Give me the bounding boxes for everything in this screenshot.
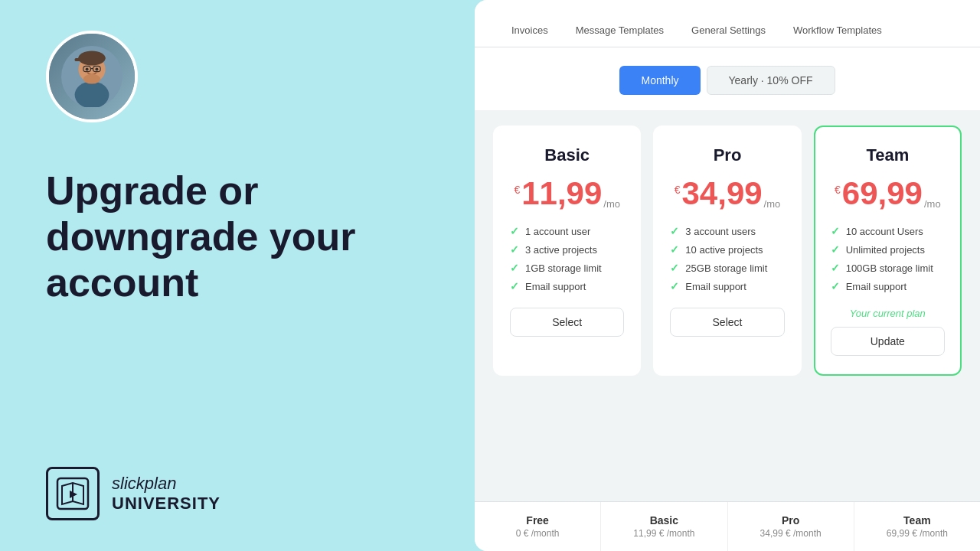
feature-text: 100GB storage limit <box>846 262 933 274</box>
price-currency-team: € <box>835 184 841 196</box>
price-amount-team: 69,99 <box>842 178 923 210</box>
plans-section: Basic € 11,99 /mo ✓ 1 account user ✓ 3 a… <box>475 110 980 391</box>
select-pro-button[interactable]: Select <box>670 308 784 337</box>
feature-team-2: ✓ 100GB storage limit <box>831 262 945 274</box>
plan-footer-pro: Select <box>670 308 784 337</box>
svg-point-1 <box>75 81 109 107</box>
bottom-tier-free-name: Free <box>482 514 593 527</box>
logo-text: slickplan UNIVERSITY <box>112 474 220 514</box>
bottom-tier-team-name: Team <box>862 514 972 527</box>
bottom-tier-pro-name: Pro <box>736 514 846 527</box>
feature-text: Email support <box>846 281 906 292</box>
feature-basic-3: ✓ Email support <box>510 280 624 292</box>
bottom-tier-team: Team 69,99 € /month <box>854 502 980 551</box>
check-icon: ✓ <box>510 280 519 292</box>
nav-tabs: Invoices Message Templates General Setti… <box>475 0 980 47</box>
bottom-tier-free-price: 0 € /month <box>482 528 593 539</box>
price-currency-basic: € <box>514 184 520 196</box>
plan-features-team: ✓ 10 account Users ✓ Unlimited projects … <box>831 225 945 292</box>
check-icon: ✓ <box>670 225 679 237</box>
avatar <box>46 31 138 122</box>
logo-area: slickplan UNIVERSITY <box>46 467 220 520</box>
tab-workflow-templates[interactable]: Workflow Templates <box>779 15 896 47</box>
plan-footer-basic: Select <box>510 308 624 337</box>
svg-point-6 <box>86 67 89 70</box>
svg-point-7 <box>95 67 98 70</box>
update-team-button[interactable]: Update <box>831 327 945 356</box>
check-icon: ✓ <box>831 243 840 256</box>
bottom-comparison-bar: Free 0 € /month Basic 11,99 € /month Pro… <box>475 501 980 551</box>
check-icon: ✓ <box>670 243 679 256</box>
check-icon: ✓ <box>510 262 519 274</box>
check-icon: ✓ <box>670 280 679 292</box>
feature-basic-1: ✓ 3 active projects <box>510 243 624 256</box>
feature-team-1: ✓ Unlimited projects <box>831 243 945 256</box>
feature-text: 10 active projects <box>685 244 763 256</box>
price-period-basic: /mo <box>603 198 620 210</box>
plans-grid: Basic € 11,99 /mo ✓ 1 account user ✓ 3 a… <box>493 126 962 376</box>
check-icon: ✓ <box>510 243 519 256</box>
monthly-toggle[interactable]: Monthly <box>619 66 700 95</box>
plan-price-basic: € 11,99 /mo <box>510 178 624 210</box>
feature-basic-2: ✓ 1GB storage limit <box>510 262 624 274</box>
check-icon: ✓ <box>831 280 840 292</box>
svg-point-11 <box>83 74 100 84</box>
right-panel: Invoices Message Templates General Setti… <box>475 0 980 551</box>
feature-text: 3 account users <box>685 226 756 237</box>
price-period-pro: /mo <box>764 198 781 210</box>
check-icon: ✓ <box>831 225 840 237</box>
tab-general-settings[interactable]: General Settings <box>678 15 779 47</box>
feature-text: Email support <box>525 281 586 292</box>
billing-toggle: Monthly Yearly · 10% OFF <box>475 47 980 110</box>
tab-invoices[interactable]: Invoices <box>498 15 562 47</box>
yearly-toggle[interactable]: Yearly · 10% OFF <box>707 66 835 95</box>
select-basic-button[interactable]: Select <box>510 308 624 337</box>
plan-card-team: Team € 69,99 /mo ✓ 10 account Users ✓ Un… <box>814 126 962 376</box>
check-icon: ✓ <box>831 262 840 274</box>
check-icon: ✓ <box>510 225 519 237</box>
plan-features-pro: ✓ 3 account users ✓ 10 active projects ✓… <box>670 225 784 292</box>
price-currency-pro: € <box>675 184 681 196</box>
bottom-tier-team-price: 69,99 € /month <box>862 528 972 539</box>
svg-rect-5 <box>75 58 83 61</box>
logo-name: slickplan <box>112 474 220 494</box>
feature-pro-3: ✓ Email support <box>670 280 784 292</box>
feature-pro-1: ✓ 10 active projects <box>670 243 784 256</box>
tab-message-templates[interactable]: Message Templates <box>562 15 678 47</box>
feature-text: 3 active projects <box>525 244 597 256</box>
bottom-tier-pro: Pro 34,99 € /month <box>728 502 854 551</box>
logo-university: UNIVERSITY <box>112 494 220 514</box>
plan-name-team: Team <box>831 145 945 165</box>
plan-price-team: € 69,99 /mo <box>831 178 945 210</box>
price-amount-basic: 11,99 <box>521 178 602 210</box>
feature-text: 1 account user <box>525 226 590 237</box>
price-period-team: /mo <box>924 198 941 210</box>
plan-name-pro: Pro <box>670 145 784 165</box>
bottom-tier-pro-price: 34,99 € /month <box>736 528 846 539</box>
logo-icon <box>46 467 100 520</box>
bottom-tier-basic-name: Basic <box>609 514 719 527</box>
check-icon: ✓ <box>670 262 679 274</box>
feature-text: Email support <box>685 281 746 292</box>
plan-card-basic: Basic € 11,99 /mo ✓ 1 account user ✓ 3 a… <box>493 126 641 376</box>
feature-text: 1GB storage limit <box>525 262 602 274</box>
price-amount-pro: 34,99 <box>682 178 763 210</box>
plan-price-pro: € 34,99 /mo <box>670 178 784 210</box>
bottom-tier-free: Free 0 € /month <box>475 502 601 551</box>
plan-name-basic: Basic <box>510 145 624 165</box>
plan-card-pro: Pro € 34,99 /mo ✓ 3 account users ✓ 10 a… <box>653 126 801 376</box>
plan-footer-team: Your current plan Update <box>831 308 945 356</box>
feature-text: 10 account Users <box>846 226 923 237</box>
feature-pro-2: ✓ 25GB storage limit <box>670 262 784 274</box>
feature-team-0: ✓ 10 account Users <box>831 225 945 237</box>
plan-features-basic: ✓ 1 account user ✓ 3 active projects ✓ 1… <box>510 225 624 292</box>
left-panel: Upgrade or downgrade your account slickp… <box>0 0 475 551</box>
bottom-tier-basic: Basic 11,99 € /month <box>601 502 727 551</box>
feature-text: 25GB storage limit <box>685 262 767 274</box>
current-plan-label: Your current plan <box>831 308 945 319</box>
bottom-tier-basic-price: 11,99 € /month <box>609 528 719 539</box>
feature-team-3: ✓ Email support <box>831 280 945 292</box>
feature-basic-0: ✓ 1 account user <box>510 225 624 237</box>
feature-pro-0: ✓ 3 account users <box>670 225 784 237</box>
headline: Upgrade or downgrade your account <box>46 168 429 305</box>
